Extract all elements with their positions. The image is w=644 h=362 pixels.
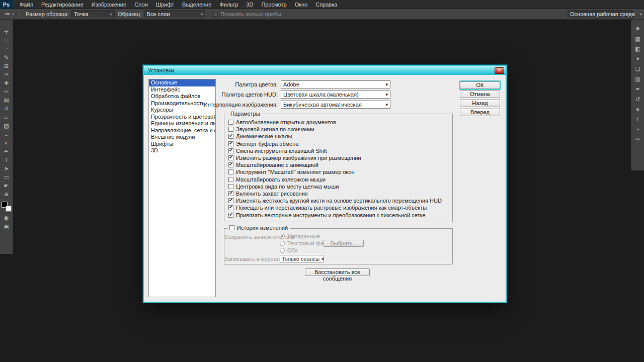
pen-tool-icon[interactable]: ✒ [1,147,12,156]
crop-tool-icon[interactable]: ⊞ [1,62,12,70]
option-row-zoom-clicked-point[interactable]: Центровка вида по месту щелчка мыши [224,183,452,190]
brush-tool-icon[interactable]: ✏ [1,87,12,96]
move-tool-icon[interactable]: ✛ [1,28,12,36]
checkbox-beep-when-done[interactable] [228,127,233,132]
hand-tool-icon[interactable]: ☛ [1,182,12,190]
option-row-shift-tool-switch[interactable]: Смена инструмента клавишей Shift [224,147,452,154]
ok-button[interactable]: ОК [460,81,500,89]
prev-button[interactable]: Назад [460,100,500,107]
option-row-vary-hardness-hud[interactable]: Изменять жесткость круглой кисти на осно… [224,197,452,204]
option-row-zoom-with-wheel[interactable]: Масштабировать колесиком мыши [224,176,452,183]
paths-panel-icon[interactable]: ✒ [633,85,643,93]
chevron-down-icon[interactable]: ▾ [12,12,14,17]
rectangular-marquee-tool-icon[interactable]: □ [1,36,12,45]
eyedropper-icon[interactable]: ✑ [3,11,12,18]
menu-type[interactable]: Шрифт [152,0,178,9]
option-label: Автообновление открытых документов [236,119,336,125]
option-row-export-clipboard[interactable]: Экспорт буфера обмена [224,140,452,147]
menu-help[interactable]: Справка [311,0,341,9]
sidebar-item-type[interactable]: Шрифты [149,141,215,148]
sample-select[interactable]: Все слои [144,10,205,18]
styles-panel-icon[interactable]: ✦ [633,55,643,63]
dialog-titlebar[interactable]: Установки ✕ [144,66,506,75]
checkbox-zoom-with-wheel[interactable] [228,177,233,182]
option-row-animated-zoom[interactable]: Масштабирование с анимацией [224,161,452,168]
channels-panel-icon[interactable]: ▥ [633,75,643,83]
radio-text-file [280,241,285,246]
option-row-auto-update[interactable]: Автообновление открытых документов [224,119,452,126]
option-row-snap-vector-tools[interactable]: Привязать векторные инструменты и преобр… [224,211,452,218]
checkbox-flick-panning[interactable] [228,191,233,196]
sidebar-item-plugins[interactable]: Внешние модули [149,134,215,141]
option-row-flick-panning[interactable]: Включить захват рисования [224,190,452,197]
eraser-tool-icon[interactable]: ▱ [1,113,12,122]
color-picker-select[interactable]: Adobe [281,80,390,88]
gradient-tool-icon[interactable]: ▧ [1,122,12,130]
checkbox-history-log[interactable] [229,225,234,230]
info-panel-icon[interactable]: i [633,115,643,123]
checkbox-place-as-smart-objects[interactable] [228,205,233,210]
checkbox-snap-vector-tools[interactable] [228,213,233,218]
next-button[interactable]: Вперед [460,109,500,116]
hud-color-picker-select[interactable]: Цветовая шкала (маленькая) [281,90,390,99]
history-panel-icon[interactable]: ↺ [633,95,643,103]
menu-edit[interactable]: Редактирование [37,0,88,9]
history-log-label: История изменений [237,225,288,231]
adjustments-panel-icon[interactable]: ◧ [633,45,643,53]
sidebar-item-guides-grid-slices[interactable]: Направляющие, сетка и фрагменты [149,127,215,134]
checkbox-resize-on-place[interactable] [228,155,233,160]
option-row-place-as-smart-objects[interactable]: Помещать или перетаскивать растровые изо… [224,204,452,211]
rectangle-tool-icon[interactable]: ▭ [1,173,12,182]
checkbox-auto-update[interactable] [228,120,233,125]
sidebar-item-transparency-gamut[interactable]: Прозрачность и цветовой охват [149,114,215,121]
checkbox-zoom-resizes-windows[interactable] [228,169,233,174]
menu-image[interactable]: Изображение [88,0,130,9]
checkbox-vary-hardness-hud[interactable] [228,198,233,203]
menu-select[interactable]: Выделение [178,0,215,9]
checkbox-dynamic-sliders[interactable] [228,134,233,139]
workspace-select[interactable]: Основная рабочая среда [568,10,633,18]
blur-tool-icon[interactable]: ◒ [1,130,12,139]
quick-selection-tool-icon[interactable]: ✎ [1,53,12,62]
sample-size-select[interactable]: Точка [71,10,115,18]
sidebar-item-units-rulers[interactable]: Единицы измерения и линейки [149,120,215,127]
option-row-zoom-resizes-windows[interactable]: Инструмент "Масштаб" изменяет размер око… [224,168,452,175]
dodge-tool-icon[interactable]: ◐ [1,139,12,147]
layers-panel-icon[interactable]: ❏ [633,65,643,73]
menu-layers[interactable]: Слои [130,0,152,9]
history-brush-tool-icon[interactable]: ↺ [1,105,12,113]
eyedropper-tool-icon[interactable]: ✑ [1,70,12,79]
type-tool-icon[interactable]: T [1,156,12,164]
sidebar-item-3d[interactable]: 3D [149,147,215,154]
checkbox-export-clipboard[interactable] [228,141,233,146]
properties-panel-icon[interactable]: ≡ [633,105,643,113]
menu-filter[interactable]: Фильтр [215,0,242,9]
color-panel-icon[interactable]: ❖ [633,25,643,33]
menu-file[interactable]: Файл [16,0,37,9]
zoom-tool-icon[interactable]: ⊕ [1,190,12,199]
quick-mask-icon[interactable]: ◉ [1,214,12,222]
background-color-swatch[interactable] [6,206,12,212]
menu-view[interactable]: Просмотр [257,0,290,9]
checkbox-shift-tool-switch[interactable] [228,148,233,153]
option-row-resize-on-place[interactable]: Изменить размер изображения при размещен… [224,154,452,161]
screen-mode-icon[interactable]: ▣ [1,222,12,231]
history-log-title[interactable]: История изменений [227,225,290,231]
checkbox-zoom-clicked-point[interactable] [228,184,233,189]
reset-all-warnings-button[interactable]: Восстановить все сообщения [305,268,370,276]
swatches-panel-icon[interactable]: ▦ [633,35,643,43]
cancel-button[interactable]: Отмена [460,90,500,98]
healing-brush-tool-icon[interactable]: ✚ [1,79,12,87]
menu-window[interactable]: Окно [291,0,312,9]
menu-3d[interactable]: 3D [242,0,257,9]
image-interpolation-select[interactable]: Бикубическая автоматическая [281,101,390,109]
lasso-tool-icon[interactable]: ∽ [1,45,12,53]
brush-panel-icon[interactable]: ✏ [633,135,643,143]
path-selection-tool-icon[interactable]: ➤ [1,164,12,173]
navigator-panel-icon[interactable]: ◔ [633,125,643,133]
option-row-dynamic-sliders[interactable]: Динамические шкалы [224,133,452,140]
close-icon[interactable]: ✕ [495,67,504,74]
clone-stamp-tool-icon[interactable]: ▤ [1,96,12,105]
option-row-beep-when-done[interactable]: Звуковой сигнал по окончании [224,126,452,133]
checkbox-animated-zoom[interactable] [228,162,233,167]
